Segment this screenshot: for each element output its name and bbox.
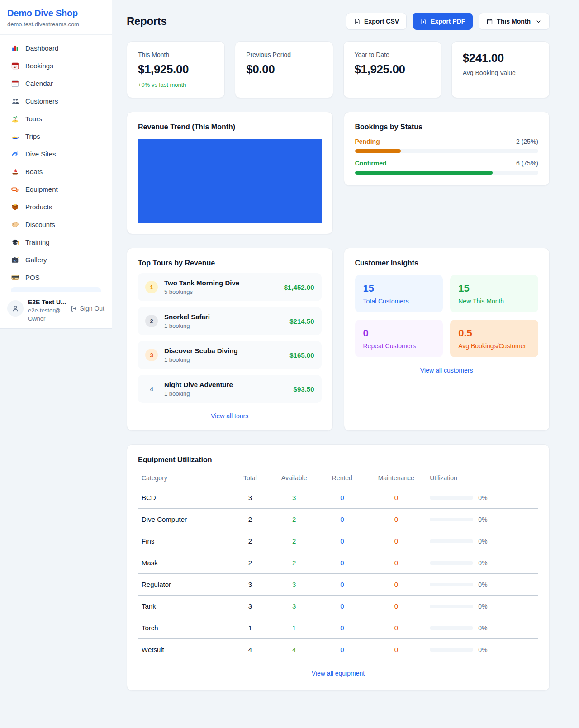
cell-rented: 0 [318, 596, 366, 617]
calendar-icon [11, 79, 19, 88]
revenue-trend-chart [138, 139, 322, 223]
shop-name: Demo Dive Shop [7, 8, 104, 19]
sidebar-item-dive-sites[interactable]: Dive Sites [5, 145, 106, 163]
stat-value: $1,925.00 [138, 62, 214, 76]
boats-icon [11, 167, 19, 176]
sidebar-item-tours[interactable]: Tours [5, 110, 106, 128]
view-all-tours-link[interactable]: View all tours [138, 412, 322, 420]
stat-card-previous-period: Previous Period $0.00 [235, 41, 333, 98]
trips-icon [11, 132, 19, 141]
sidebar-item-pos[interactable]: POS [5, 269, 106, 286]
sidebar-item-label: Bookings [25, 62, 53, 70]
table-row: Mask 2 2 0 0 0% [138, 552, 538, 574]
cell-available: 2 [270, 552, 318, 574]
file-download-icon [420, 18, 427, 25]
sidebar-item-label: Customers [25, 97, 58, 105]
panel-title: Top Tours by Revenue [138, 259, 322, 267]
calendar-small-icon [486, 18, 493, 25]
svg-text:17: 17 [14, 65, 17, 68]
table-row: Regulator 3 3 0 0 0% [138, 574, 538, 596]
cell-available: 4 [270, 639, 318, 661]
cell-category: Regulator [138, 574, 230, 596]
cell-total: 3 [230, 574, 271, 596]
sidebar-nav: Dashboard 17 Bookings Calendar Customers… [0, 35, 112, 292]
active-nav-highlight-partial [11, 287, 101, 292]
sidebar-user-section: E2E Test U... e2e-tester@... Owner Sign … [0, 292, 112, 328]
cell-category: Tank [138, 596, 230, 617]
period-dropdown[interactable]: This Month [479, 13, 550, 30]
sidebar-item-products[interactable]: Products [5, 198, 106, 216]
cell-total: 2 [230, 552, 271, 574]
cell-rented: 0 [318, 639, 366, 661]
cell-utilization: 0% [426, 530, 538, 552]
tile-new-this-month: 15 New This Month [450, 275, 538, 312]
cell-maintenance: 0 [366, 552, 426, 574]
gallery-icon [11, 255, 19, 264]
panel-title: Revenue Trend (This Month) [138, 123, 322, 131]
sidebar-item-equipment[interactable]: Equipment [5, 180, 106, 198]
tile-label: New This Month [458, 298, 530, 305]
tile-avg-bookings-customer: 0.5 Avg Bookings/Customer [450, 320, 538, 357]
tour-list-item: 3 Discover Scuba Diving 1 booking $165.0… [138, 341, 322, 369]
stat-card-avg-booking-value: $241.00 Avg Booking Value [451, 41, 550, 98]
tile-value: 15 [363, 283, 435, 294]
export-pdf-button[interactable]: Export PDF [413, 13, 473, 30]
tour-bookings: 1 booking [164, 390, 233, 397]
tour-list-item: 1 Two Tank Morning Dive 5 bookings $1,45… [138, 273, 322, 301]
stat-label: Previous Period [246, 51, 322, 58]
tile-value: 0.5 [458, 327, 530, 339]
bookings-by-status-panel: Bookings by Status Pending 2 (25%) Confi… [344, 112, 550, 186]
sidebar-item-dashboard[interactable]: Dashboard [5, 39, 106, 57]
tour-name: Two Tank Morning Dive [164, 279, 239, 287]
status-row-confirmed: Confirmed 6 (75%) [355, 160, 539, 175]
sidebar-item-customers[interactable]: Customers [5, 92, 106, 110]
export-pdf-label: Export PDF [431, 18, 465, 25]
cell-maintenance: 0 [366, 617, 426, 639]
export-csv-button[interactable]: Export CSV [346, 13, 407, 30]
sign-out-button[interactable]: Sign Out [71, 305, 104, 312]
equipment-icon [11, 185, 19, 194]
cell-available: 1 [270, 617, 318, 639]
sidebar-item-discounts[interactable]: Discounts [5, 216, 106, 233]
tile-value: 15 [458, 283, 530, 294]
user-name: E2E Test U... [28, 298, 66, 306]
sidebar-item-trips[interactable]: Trips [5, 128, 106, 145]
cell-total: 2 [230, 509, 271, 530]
cell-category: Dive Computer [138, 509, 230, 530]
sidebar-item-label: Gallery [25, 256, 47, 264]
sidebar-item-calendar[interactable]: Calendar [5, 75, 106, 92]
utilization-track [430, 648, 473, 652]
status-progress-track [355, 149, 539, 153]
export-csv-label: Export CSV [364, 18, 399, 25]
table-row: Tank 3 3 0 0 0% [138, 596, 538, 617]
stat-label: Avg Booking Value [463, 69, 538, 76]
utilization-track [430, 518, 473, 521]
insights-row: Top Tours by Revenue 1 Two Tank Morning … [127, 248, 550, 431]
table-row: BCD 3 3 0 0 0% [138, 487, 538, 509]
utilization-track [430, 561, 473, 565]
sidebar-item-training[interactable]: Training [5, 233, 106, 251]
cell-maintenance: 0 [366, 487, 426, 509]
sidebar-item-boats[interactable]: Boats [5, 163, 106, 180]
view-all-equipment-link[interactable]: View all equipment [138, 670, 538, 677]
sidebar-item-label: Training [25, 238, 50, 246]
stat-cards: This Month $1,925.00 +0% vs last month P… [127, 41, 550, 98]
sidebar-item-bookings[interactable]: 17 Bookings [5, 57, 106, 75]
stat-label: This Month [138, 51, 214, 58]
col-rented: Rented [318, 469, 366, 487]
cell-utilization: 0% [426, 617, 538, 639]
stat-card-year-to-date: Year to Date $1,925.00 [343, 41, 441, 98]
user-meta: E2E Test U... e2e-tester@... Owner [28, 298, 66, 322]
cell-utilization: 0% [426, 552, 538, 574]
utilization-track [430, 583, 473, 586]
sidebar-item-gallery[interactable]: Gallery [5, 251, 106, 269]
tours-icon [11, 114, 19, 123]
tile-total-customers: 15 Total Customers [355, 275, 443, 312]
status-progress-fill [355, 171, 493, 175]
view-all-customers-link[interactable]: View all customers [355, 367, 539, 374]
tour-list-item: 4 Night Dive Adventure 1 booking $93.50 [138, 375, 322, 403]
cell-total: 1 [230, 617, 271, 639]
utilization-track [430, 496, 473, 500]
table-row: Dive Computer 2 2 0 0 0% [138, 509, 538, 530]
person-icon [11, 304, 20, 313]
